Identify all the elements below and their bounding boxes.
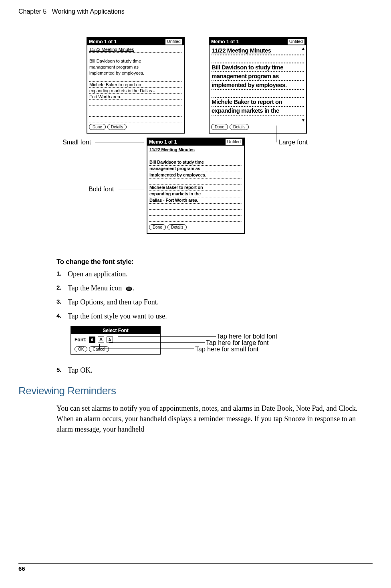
ok-button[interactable]: OK — [75, 346, 87, 352]
details-button[interactable]: Details — [107, 124, 127, 130]
memo-line: expanding markets in the — [212, 107, 304, 116]
memo-category[interactable]: Unfiled — [288, 39, 304, 45]
scroll-up-icon[interactable]: ▲ — [301, 46, 305, 51]
chapter-label: Chapter 5 — [18, 8, 46, 15]
memo-line: implemented by employees. — [89, 70, 182, 76]
memo-line: Bill Davidson to study time — [149, 159, 242, 166]
done-button[interactable]: Done — [211, 124, 228, 130]
details-button[interactable]: Details — [230, 124, 249, 130]
memo-line — [149, 216, 242, 222]
memo-content: 11/22 Meeting Minutes Bill Davidson to s… — [147, 146, 244, 223]
memo-screen-small: Memo 1 of 1 Unfiled 11/22 Meeting Minute… — [87, 37, 185, 134]
memo-line: management program as — [149, 166, 242, 172]
memo-screen-large: Memo 1 of 1 Unfiled ▲ 11/22 Meeting Minu… — [209, 37, 307, 134]
memo-line: implemented by employees. — [212, 81, 304, 90]
step-1: 1. Open an application. — [56, 270, 373, 278]
dialog-title: Select Font — [71, 327, 160, 334]
callout-line — [276, 138, 276, 142]
step-number: 4. — [56, 312, 68, 320]
menu-icon — [125, 286, 133, 292]
callout-bold-font: Bold font — [89, 186, 114, 193]
step-text: Tap the Menu icon . — [68, 284, 134, 292]
page-header: Chapter 5 Working with Applications — [18, 8, 373, 15]
dialog-buttons: OK Cancel — [71, 345, 160, 354]
svg-rect-3 — [127, 290, 131, 290]
step-3: 3. Tap Options, and then tap Font. — [56, 298, 373, 306]
memo-line — [149, 210, 242, 216]
done-button[interactable]: Done — [149, 224, 166, 230]
step-text: Open an application. — [68, 270, 127, 278]
step-4: 4. Tap the font style you want to use. — [56, 312, 373, 320]
memo-title: Memo 1 of 1 — [149, 139, 177, 145]
section-heading: Reviewing Reminders — [18, 385, 373, 397]
callout-large-font: Large font — [279, 139, 308, 146]
callout-line — [118, 336, 216, 337]
instructions-cont: 5. Tap OK. — [56, 366, 373, 375]
callout-small: Tap here for small font — [195, 346, 258, 353]
step-number: 2. — [56, 284, 68, 292]
memo-line — [149, 153, 242, 159]
memo-line: Michele Baker to report on — [212, 98, 304, 107]
memo-buttons: Done Details — [147, 223, 244, 231]
chapter-title: Working with Applications — [52, 8, 125, 15]
step-text-part: . — [133, 284, 135, 292]
memo-category[interactable]: Unfiled — [165, 39, 182, 45]
memo-line — [149, 204, 242, 210]
scroll-down-icon[interactable]: ▼ — [301, 118, 305, 122]
callout-line — [99, 344, 100, 349]
step-5: 5. Tap OK. — [56, 366, 373, 375]
memo-heading: 11/22 Meeting Minutes — [212, 47, 304, 55]
memo-line: management program as — [212, 72, 304, 81]
memo-title: Memo 1 of 1 — [211, 39, 239, 45]
memo-line: Bill Davidson to study time — [212, 63, 304, 72]
memo-line — [212, 90, 304, 98]
svg-rect-2 — [127, 288, 131, 289]
callout-small-font: Small font — [62, 139, 91, 146]
section-body: You can set alarms to notify you of appo… — [56, 403, 373, 434]
callout-line — [95, 142, 144, 142]
memo-line: expanding markets in the — [149, 191, 242, 197]
memo-buttons: Done Details — [210, 123, 306, 131]
memo-line — [149, 178, 242, 185]
memo-line — [212, 55, 304, 63]
memo-line — [89, 111, 182, 117]
memo-screen-bold: Memo 1 of 1 Unfiled 11/22 Meeting Minute… — [147, 138, 245, 234]
page-footer: 66 — [18, 563, 373, 572]
memo-line — [89, 53, 182, 58]
details-button[interactable]: Details — [167, 224, 187, 230]
memo-category[interactable]: Unfiled — [226, 139, 242, 145]
memo-line: Bill Davidson to study time — [89, 58, 182, 64]
memo-heading: 11/22 Meeting Minutes — [149, 147, 242, 153]
memo-heading: 11/22 Meeting Minutes — [89, 47, 182, 53]
callout-line — [119, 189, 144, 189]
memo-line: management program as — [89, 64, 182, 70]
step-number: 1. — [56, 270, 68, 278]
step-text-part: Tap the Menu icon — [68, 284, 124, 292]
memo-title: Memo 1 of 1 — [89, 39, 117, 45]
memo-content: ▲ 11/22 Meeting Minutes Bill Davidson to… — [210, 45, 306, 123]
memo-line: Michele Baker to report on — [89, 82, 182, 88]
step-number: 5. — [56, 366, 68, 375]
memo-line: Fort Worth area. — [89, 94, 182, 100]
memo-titlebar: Memo 1 of 1 Unfiled — [87, 38, 184, 45]
instructions: To change the font style: 1. Open an app… — [56, 258, 373, 320]
font-examples-figure: Memo 1 of 1 Unfiled 11/22 Meeting Minute… — [56, 37, 373, 250]
step-text: Tap the font style you want to use. — [68, 312, 167, 320]
instruction-heading: To change the font style: — [56, 258, 373, 266]
step-2: 2. Tap the Menu icon . — [56, 284, 373, 292]
font-label: Font: — [75, 337, 87, 343]
step-number: 3. — [56, 298, 68, 306]
memo-line: Dallas - Fort Worth area. — [149, 197, 242, 204]
memo-titlebar: Memo 1 of 1 Unfiled — [210, 38, 306, 45]
callout-line — [109, 342, 205, 343]
memo-line — [89, 100, 182, 105]
callout-line — [99, 349, 194, 349]
memo-content: 11/22 Meeting Minutes Bill Davidson to s… — [87, 45, 184, 123]
memo-buttons: Done Details — [87, 123, 184, 131]
step-text: Tap Options, and then tap Font. — [68, 298, 159, 306]
done-button[interactable]: Done — [89, 124, 106, 130]
font-large-option[interactable]: A — [98, 337, 104, 343]
select-font-dialog: Select Font Font: A A A OK Cancel — [71, 326, 161, 355]
font-small-option[interactable]: A — [89, 337, 95, 343]
memo-line: expanding markets in the Dallas - — [89, 88, 182, 94]
